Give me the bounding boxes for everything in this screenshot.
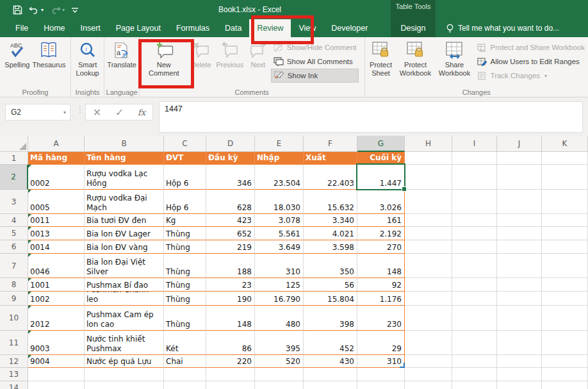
- cell-D11[interactable]: 86: [206, 331, 255, 355]
- cell-E4[interactable]: 3.078: [255, 214, 304, 227]
- track-changes-button[interactable]: Track Changes ▾: [475, 69, 587, 83]
- cell-E3[interactable]: 18.030: [255, 190, 304, 214]
- cell-H3[interactable]: [405, 190, 452, 214]
- cell-A7[interactable]: 0046: [28, 254, 85, 278]
- cell-G4[interactable]: 161: [357, 214, 405, 227]
- cell-G6[interactable]: 270: [357, 240, 405, 254]
- redo-caret-icon[interactable]: ▾: [62, 7, 65, 13]
- cell-I1[interactable]: [452, 152, 497, 165]
- row-header-5[interactable]: 5: [0, 227, 28, 240]
- tab-data[interactable]: Data: [217, 19, 249, 37]
- next-comment-button[interactable]: Next: [245, 38, 271, 83]
- cell-E14[interactable]: [255, 381, 304, 389]
- cell-A4[interactable]: 0011: [28, 214, 85, 227]
- row-header-4[interactable]: 4: [0, 214, 28, 227]
- show-hide-comment-button[interactable]: Show/Hide Comment: [271, 40, 359, 54]
- cell-J12[interactable]: [497, 355, 542, 368]
- cell-G10[interactable]: 230: [357, 306, 405, 331]
- cell-A8[interactable]: 1001: [28, 278, 85, 292]
- cell-E12[interactable]: 520: [255, 355, 304, 368]
- cell-H5[interactable]: [405, 227, 452, 240]
- cell-I14[interactable]: [452, 381, 497, 389]
- cell-E5[interactable]: 5.561: [255, 227, 304, 240]
- cell-C11[interactable]: Két: [164, 331, 206, 355]
- cell-K8[interactable]: [542, 278, 588, 292]
- cell-J2[interactable]: [497, 165, 542, 190]
- cell-H9[interactable]: [405, 292, 452, 306]
- tab-file[interactable]: File: [8, 19, 36, 37]
- row-header-1[interactable]: 1: [0, 152, 28, 165]
- cell-B14[interactable]: [85, 381, 164, 389]
- enter-icon[interactable]: ✓: [115, 106, 124, 119]
- spelling-button[interactable]: ABC Spelling: [3, 38, 31, 83]
- row-header-12[interactable]: 12: [0, 355, 28, 368]
- cell-F1[interactable]: Xuất: [304, 152, 357, 165]
- column-header-K[interactable]: K: [542, 136, 588, 152]
- cell-D1[interactable]: Đầu kỳ: [206, 152, 255, 165]
- row-header-9[interactable]: 9: [0, 292, 28, 306]
- cell-F8[interactable]: 56: [304, 278, 357, 292]
- cell-K3[interactable]: [542, 190, 588, 214]
- cell-F3[interactable]: 15.632: [304, 190, 357, 214]
- cell-J6[interactable]: [497, 240, 542, 254]
- undo-icon[interactable]: ▾: [29, 5, 44, 14]
- new-comment-button[interactable]: New Comment: [140, 38, 188, 83]
- cell-E9[interactable]: 16.790: [255, 292, 304, 306]
- cell-E11[interactable]: 395: [255, 331, 304, 355]
- name-box[interactable]: G2 ▾: [5, 104, 70, 120]
- name-box-caret-icon[interactable]: ▾: [63, 110, 66, 115]
- cell-K13[interactable]: [542, 368, 588, 381]
- allow-users-to-edit-ranges-button[interactable]: Allow Users to Edit Ranges: [475, 54, 587, 69]
- cell-H14[interactable]: [405, 381, 452, 389]
- cell-F6[interactable]: 3.598: [304, 240, 357, 254]
- formula-bar-input[interactable]: 1447: [159, 101, 583, 133]
- protect-and-share-workbook-button[interactable]: Protect and Share Workbook: [475, 40, 587, 54]
- cell-K11[interactable]: [542, 331, 588, 355]
- cell-A10[interactable]: 2012: [28, 306, 85, 331]
- cell-G7[interactable]: 148: [357, 254, 405, 278]
- cell-C12[interactable]: Chai: [164, 355, 206, 368]
- cell-J4[interactable]: [497, 214, 542, 227]
- cell-C4[interactable]: Kg: [164, 214, 206, 227]
- cell-H10[interactable]: [405, 306, 452, 331]
- cell-G13[interactable]: [357, 368, 405, 381]
- cell-C14[interactable]: [164, 381, 206, 389]
- table-resize-handle[interactable]: [400, 363, 405, 368]
- cell-E7[interactable]: 310: [255, 254, 304, 278]
- cell-I13[interactable]: [452, 368, 497, 381]
- cell-J1[interactable]: [497, 152, 542, 165]
- cell-H12[interactable]: [405, 355, 452, 368]
- cell-C13[interactable]: [164, 368, 206, 381]
- cell-D4[interactable]: 423: [206, 214, 255, 227]
- cell-D7[interactable]: 188: [206, 254, 255, 278]
- cell-C8[interactable]: Thùng: [164, 278, 206, 292]
- cell-I10[interactable]: [452, 306, 497, 331]
- cell-K5[interactable]: [542, 227, 588, 240]
- cell-J8[interactable]: [497, 278, 542, 292]
- cell-I9[interactable]: [452, 292, 497, 306]
- row-header-7[interactable]: 7: [0, 254, 28, 278]
- cell-J10[interactable]: [497, 306, 542, 331]
- cell-E10[interactable]: 480: [255, 306, 304, 331]
- cell-I5[interactable]: [452, 227, 497, 240]
- show-all-comments-button[interactable]: Show All Comments: [271, 54, 359, 69]
- cell-G12[interactable]: 310: [357, 355, 405, 368]
- cell-H11[interactable]: [405, 331, 452, 355]
- cell-H2[interactable]: [405, 165, 452, 190]
- translate-button[interactable]: aあ Translate: [106, 38, 137, 83]
- protect-workbook-button[interactable]: Protect Workbook: [396, 38, 435, 83]
- cell-F13[interactable]: [304, 368, 357, 381]
- tab-insert[interactable]: Insert: [73, 19, 108, 37]
- tell-me-box[interactable]: Tell me what you want to do...: [446, 19, 559, 37]
- row-header-3[interactable]: 3: [0, 190, 28, 214]
- cell-A14[interactable]: [28, 381, 85, 389]
- cell-K12[interactable]: [542, 355, 588, 368]
- cell-B10[interactable]: Pushmax Cam ép lon cao: [85, 306, 164, 331]
- row-header-10[interactable]: 10: [0, 306, 28, 331]
- cell-K6[interactable]: [542, 240, 588, 254]
- cell-H8[interactable]: [405, 278, 452, 292]
- cell-J5[interactable]: [497, 227, 542, 240]
- cell-I8[interactable]: [452, 278, 497, 292]
- cell-D10[interactable]: 148: [206, 306, 255, 331]
- cell-F4[interactable]: 3.340: [304, 214, 357, 227]
